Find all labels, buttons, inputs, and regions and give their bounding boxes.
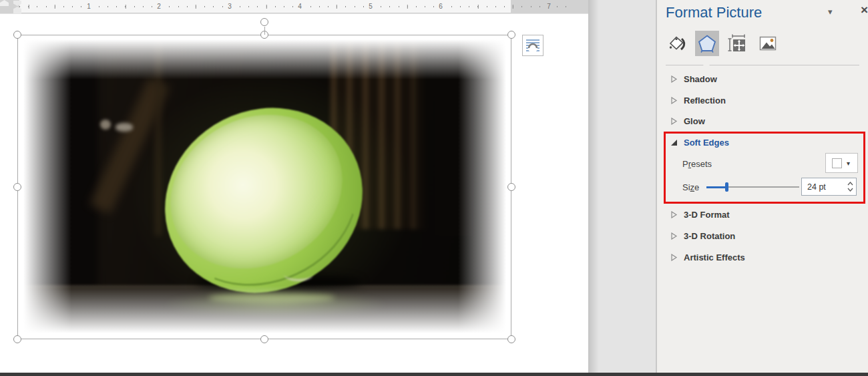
ruler-number: 2 [154, 3, 164, 10]
pane-close-icon[interactable]: × [861, 3, 868, 17]
slider-thumb[interactable] [725, 182, 728, 192]
ruler-number: 5 [366, 3, 375, 10]
selection-handle-top-right[interactable] [507, 31, 515, 39]
soft-edge-fade-top [18, 35, 511, 79]
section-label: Glow [684, 116, 705, 126]
section-3d-format[interactable]: 3-D Format [666, 208, 859, 221]
collapsed-triangle-icon [670, 97, 678, 104]
spin-up-icon[interactable] [847, 182, 853, 186]
soft-edge-fade-bottom [18, 285, 511, 339]
selection-handle-bottom-right[interactable] [507, 335, 515, 343]
page-shadow [588, 0, 599, 373]
selection-handle-middle-right[interactable] [507, 183, 515, 191]
ruler-number: 3 [225, 3, 234, 10]
bottom-edge-bar [0, 373, 868, 376]
lamp-cable-shape [284, 268, 313, 281]
section-3d-rotation[interactable]: 3-D Rotation [666, 229, 859, 242]
slider-fill [706, 186, 726, 188]
tab-effects-selected[interactable] [695, 31, 719, 56]
section-label: 3-D Format [684, 210, 730, 220]
rotate-handle-stem [264, 27, 265, 35]
layout-options-icon [524, 37, 541, 54]
ruler-number: 1 [84, 3, 93, 10]
soft-edge-preset-swatch-icon [832, 158, 842, 168]
section-soft-edges[interactable]: Soft Edges [666, 136, 859, 149]
collapsed-triangle-icon [670, 75, 678, 83]
word-window: 1 2 3 4 5 6 7 [0, 0, 868, 376]
spin-down-icon[interactable] [847, 188, 853, 192]
section-label: 3-D Rotation [684, 231, 735, 241]
size-label: Size [682, 182, 699, 192]
collapsed-triangle-icon [670, 211, 678, 218]
section-reflection[interactable]: Reflection [666, 93, 859, 107]
layout-options-button[interactable] [522, 35, 544, 56]
section-label: Shadow [684, 74, 717, 84]
pane-title: Format Picture [666, 4, 762, 21]
pane-collapse-chevron-icon[interactable]: ▾ [828, 7, 833, 17]
size-spinner-input[interactable]: 24 pt [801, 178, 857, 196]
ruler-number: 4 [295, 3, 304, 10]
tab-picture[interactable] [756, 31, 780, 56]
tabs-divider [666, 65, 859, 65]
dropdown-caret-icon: ▾ [847, 160, 850, 167]
size-value[interactable]: 24 pt [807, 182, 844, 192]
bokeh-light-dot [116, 123, 133, 132]
size-properties-icon [727, 33, 747, 53]
tab-fill-and-line[interactable] [664, 31, 688, 56]
selection-handle-top-left[interactable] [13, 31, 21, 39]
selected-picture[interactable] [18, 35, 511, 339]
rotate-handle[interactable] [260, 18, 268, 26]
paint-bucket-icon [667, 34, 686, 53]
section-label: Soft Edges [684, 138, 729, 148]
ruler-number: 6 [436, 3, 445, 10]
section-shadow[interactable]: Shadow [666, 72, 859, 85]
selection-handle-bottom-left[interactable] [13, 335, 21, 343]
soft-edge-fade-left [18, 35, 71, 339]
selection-handle-middle-left[interactable] [13, 183, 21, 191]
section-label: Artistic Effects [684, 252, 745, 262]
presets-label: Presets [682, 159, 712, 169]
spinner-arrows [844, 178, 856, 195]
collapsed-triangle-icon [670, 232, 678, 240]
horizontal-ruler[interactable]: 1 2 3 4 5 6 7 [0, 0, 588, 13]
active-tab-notch [703, 61, 710, 65]
size-slider[interactable] [706, 182, 799, 192]
expanded-triangle-icon [670, 139, 678, 146]
selection-handle-bottom-center[interactable] [260, 335, 268, 343]
pentagon-effects-icon [697, 33, 717, 53]
tab-layout-and-properties[interactable] [725, 31, 749, 56]
collapsed-triangle-icon [670, 118, 678, 125]
section-label: Reflection [684, 96, 726, 106]
picture-icon [758, 34, 777, 53]
section-artistic-effects[interactable]: Artistic Effects [666, 250, 859, 264]
format-picture-pane: Format Picture ▾ × [657, 0, 868, 373]
presets-dropdown-button[interactable]: ▾ [825, 153, 858, 173]
soft-edge-fade-right [458, 35, 511, 339]
bokeh-light-dot [100, 120, 111, 130]
collapsed-triangle-icon [670, 254, 678, 261]
section-glow[interactable]: Glow [666, 114, 859, 128]
left-indent-marker[interactable] [13, 11, 21, 13]
ruler-number: 7 [544, 3, 554, 10]
